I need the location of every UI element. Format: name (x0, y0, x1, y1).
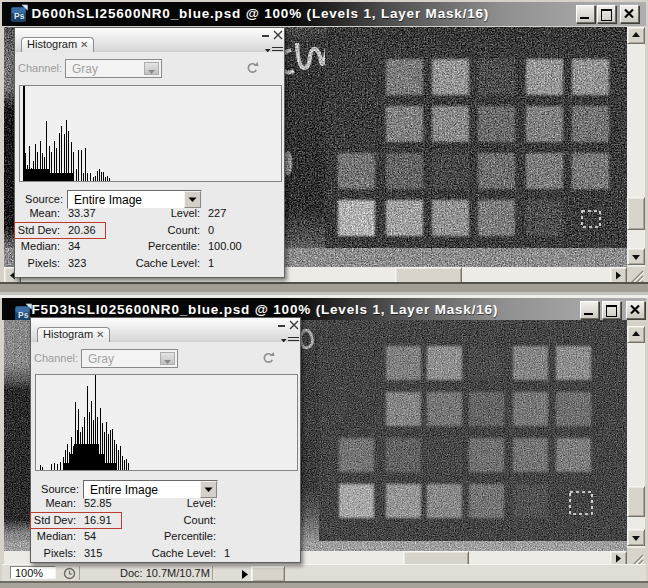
svg-text:Ps: Ps (14, 11, 25, 21)
svg-text:Ps: Ps (18, 310, 29, 320)
